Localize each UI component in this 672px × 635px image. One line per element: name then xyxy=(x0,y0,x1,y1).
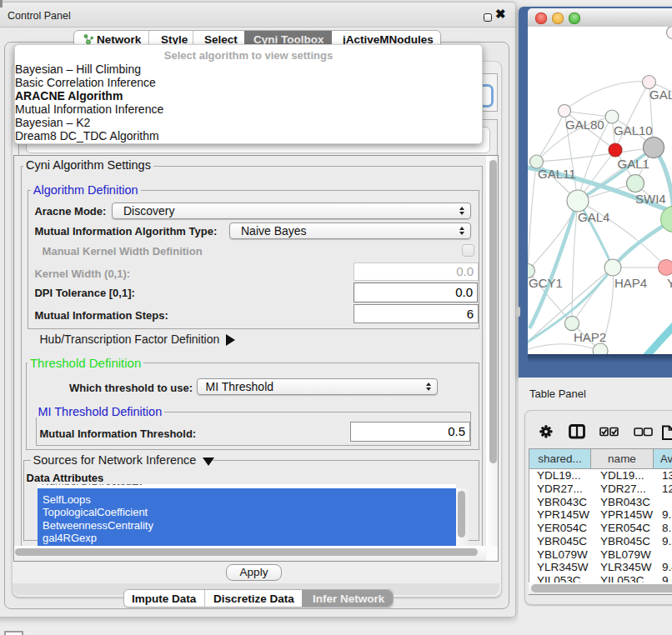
svg-text:GAL2: GAL2 xyxy=(649,88,672,102)
svg-text:HAP2: HAP2 xyxy=(574,330,606,344)
svg-text:GAL1: GAL1 xyxy=(618,157,649,171)
svg-text:GAL80: GAL80 xyxy=(565,118,604,132)
svg-text:GAL10: GAL10 xyxy=(614,123,653,138)
svg-text:GCY1: GCY1 xyxy=(529,276,563,290)
svg-text:HAP4: HAP4 xyxy=(614,276,647,290)
svg-text:GAL4: GAL4 xyxy=(578,210,609,224)
svg-text:GAL11: GAL11 xyxy=(538,167,576,181)
svg-text:YBR0: YBR0 xyxy=(667,276,672,290)
svg-text:SWI4: SWI4 xyxy=(635,192,666,206)
